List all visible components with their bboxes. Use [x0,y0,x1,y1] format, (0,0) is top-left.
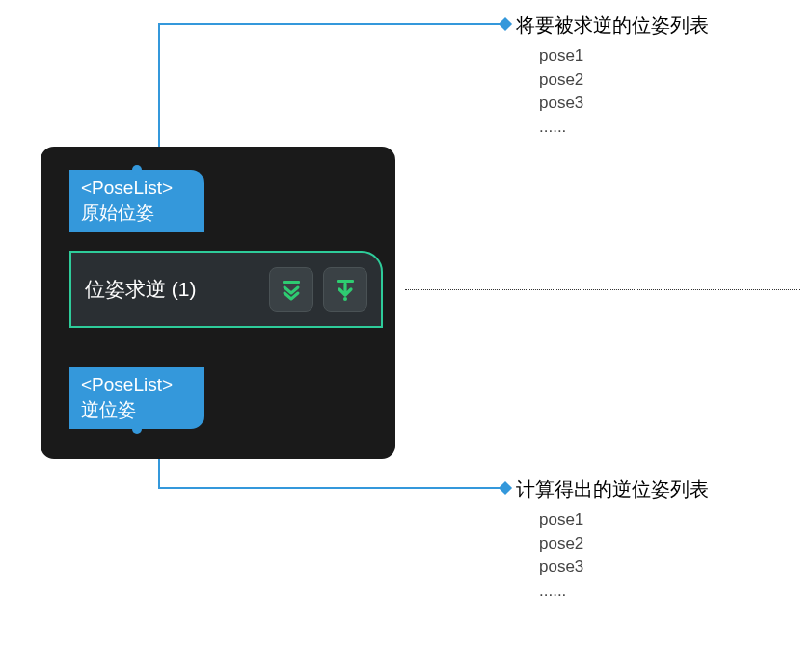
output-port-label: 逆位姿 [81,397,193,422]
output-annotation-heading: 计算得出的逆位姿列表 [516,476,709,503]
step-button[interactable] [323,267,367,312]
list-item: ...... [539,116,709,140]
input-port-pin[interactable] [132,165,142,175]
list-item: pose1 [539,508,709,532]
svg-rect-0 [283,281,300,284]
connector-output-endpoint [499,481,512,495]
svg-point-2 [343,297,347,301]
node-title: 位姿求逆 (1) [85,276,259,303]
output-port-pin[interactable] [132,424,142,434]
input-annotation: 将要被求逆的位姿列表 pose1 pose2 pose3 ...... [516,13,709,140]
output-port[interactable]: <PoseList> 逆位姿 [69,367,204,429]
horizontal-separator [405,289,800,290]
input-port-label: 原始位姿 [81,201,193,226]
input-annotation-heading: 将要被求逆的位姿列表 [516,13,709,39]
expand-chevron-icon [279,277,304,302]
connector-output-vertical [158,458,160,488]
list-item: pose1 [539,44,709,68]
output-annotation-list: pose1 pose2 pose3 ...... [539,508,709,604]
input-annotation-list: pose1 pose2 pose3 ...... [539,44,709,140]
expand-button[interactable] [269,267,313,312]
node-title-bar[interactable]: 位姿求逆 (1) [69,251,383,328]
list-item: ...... [539,580,709,604]
output-annotation: 计算得出的逆位姿列表 pose1 pose2 pose3 ...... [516,476,709,604]
step-down-arrow-icon [333,277,358,302]
node-block: <PoseList> 原始位姿 位姿求逆 (1) <PoseList> 逆位姿 [41,147,395,459]
connector-input-horizontal [158,23,505,25]
list-item: pose3 [539,556,709,580]
connector-output-horizontal [158,487,505,489]
connector-input-vertical [158,24,160,165]
output-port-type: <PoseList> [81,372,193,397]
list-item: pose3 [539,92,709,116]
input-port[interactable]: <PoseList> 原始位姿 [69,170,204,232]
input-port-type: <PoseList> [81,176,193,201]
list-item: pose2 [539,532,709,557]
list-item: pose2 [539,68,709,93]
connector-input-endpoint [499,17,512,31]
